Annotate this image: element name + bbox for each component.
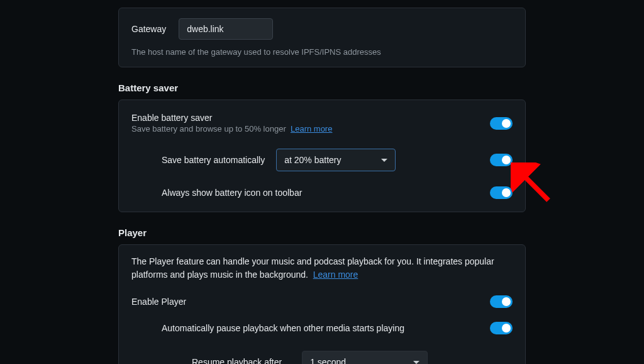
- save-battery-auto-selected: at 20% battery: [284, 155, 341, 165]
- battery-icon-left: Always show battery icon on toolbar: [162, 188, 490, 198]
- gateway-row: Gateway: [131, 18, 513, 40]
- gateway-label: Gateway: [131, 24, 166, 34]
- autopause-row: Automatically pause playback when other …: [131, 318, 513, 338]
- enable-battery-saver-toggle[interactable]: [490, 117, 513, 130]
- battery-icon-toggle[interactable]: [490, 186, 513, 199]
- resume-playback-select[interactable]: 1 second: [302, 351, 428, 364]
- battery-icon-title: Always show battery icon on toolbar: [162, 188, 490, 198]
- save-battery-auto-select[interactable]: at 20% battery: [276, 149, 396, 171]
- enable-battery-saver-row: Enable battery saver Save battery and br…: [131, 109, 513, 137]
- chevron-down-icon: [381, 159, 387, 162]
- chevron-down-icon: [413, 361, 419, 364]
- resume-playback-selected: 1 second: [310, 357, 346, 364]
- autopause-title: Automatically pause playback when other …: [162, 323, 490, 333]
- arrow-annotation-icon: [511, 162, 561, 213]
- enable-player-title: Enable Player: [131, 297, 490, 307]
- enable-battery-saver-left: Enable battery saver Save battery and br…: [131, 113, 490, 134]
- player-learn-more-link[interactable]: Learn more: [313, 270, 358, 280]
- enable-player-toggle[interactable]: [490, 295, 513, 308]
- resume-playback-row: Resume playback after 1 second: [131, 347, 513, 364]
- autopause-toggle[interactable]: [490, 322, 513, 334]
- player-heading: Player: [118, 227, 526, 238]
- save-battery-auto-left: Save battery automatically at 20% batter…: [162, 149, 490, 171]
- autopause-left: Automatically pause playback when other …: [162, 323, 490, 333]
- resume-playback-left: Resume playback after 1 second: [192, 351, 513, 364]
- player-intro: The Player feature can handle your music…: [131, 255, 513, 282]
- gateway-help-text: The host name of the gateway used to res…: [131, 47, 513, 57]
- enable-battery-saver-sub: Save battery and browse up to 50% longer…: [131, 124, 490, 134]
- svg-line-1: [519, 171, 548, 200]
- enable-battery-saver-title: Enable battery saver: [131, 113, 490, 123]
- battery-learn-more-link[interactable]: Learn more: [291, 124, 332, 134]
- resume-playback-label: Resume playback after: [192, 357, 282, 364]
- battery-saver-card: Enable battery saver Save battery and br…: [118, 100, 526, 212]
- enable-player-left: Enable Player: [131, 297, 490, 307]
- battery-icon-row: Always show battery icon on toolbar: [131, 183, 513, 203]
- battery-saver-heading: Battery saver: [118, 82, 526, 93]
- player-card: The Player feature can handle your music…: [118, 244, 526, 364]
- gateway-card: Gateway The host name of the gateway use…: [118, 8, 526, 67]
- enable-player-row: Enable Player: [131, 292, 513, 312]
- save-battery-auto-toggle[interactable]: [490, 154, 513, 166]
- save-battery-auto-row: Save battery automatically at 20% batter…: [131, 145, 513, 175]
- gateway-input[interactable]: [179, 18, 273, 40]
- save-battery-auto-label: Save battery automatically: [162, 155, 265, 165]
- enable-battery-saver-sub-text: Save battery and browse up to 50% longer: [131, 124, 286, 134]
